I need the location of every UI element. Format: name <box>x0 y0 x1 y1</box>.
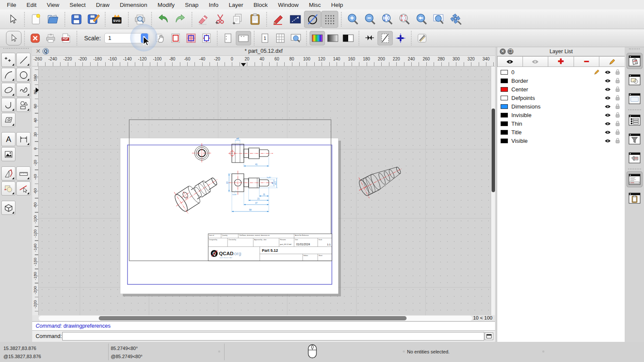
zoom-out-button[interactable] <box>361 11 379 28</box>
edit-layer-button[interactable] <box>599 56 625 67</box>
grid-toggle-button[interactable] <box>321 11 338 28</box>
text-tool-button[interactable]: A <box>1 132 15 146</box>
solid-tool-button[interactable] <box>1 201 15 215</box>
crosshair-button[interactable] <box>393 31 408 45</box>
menu-item[interactable]: Block <box>254 2 268 8</box>
grayscale-button[interactable] <box>325 31 340 45</box>
print-button[interactable] <box>43 31 58 45</box>
drawing-canvas[interactable]: ø8 41 <box>39 66 491 315</box>
circle-slash-button[interactable] <box>304 11 321 28</box>
layer-lock-icon[interactable] <box>615 78 620 85</box>
zoom-selection-button[interactable] <box>396 11 413 28</box>
menu-item[interactable]: Select <box>70 2 86 8</box>
menu-item[interactable]: File <box>7 2 16 8</box>
menu-item[interactable]: View <box>47 2 59 8</box>
multi-page-button[interactable] <box>273 31 288 45</box>
show-all-layers-button[interactable] <box>497 56 523 67</box>
command-detach-button[interactable] <box>485 332 493 340</box>
command-line-toggle[interactable] <box>626 171 643 187</box>
selection-filter-toggle[interactable] <box>626 131 643 147</box>
layer-row[interactable]: Invisible <box>497 111 625 119</box>
property-pencil-button[interactable] <box>270 11 287 28</box>
selection-tool-button[interactable] <box>4 11 21 28</box>
layer-lock-icon[interactable] <box>615 95 620 102</box>
layer-lock-icon[interactable] <box>615 129 620 136</box>
layer-row[interactable]: Center <box>497 85 625 94</box>
hide-all-layers-button[interactable] <box>523 56 549 67</box>
eraser-button[interactable] <box>195 11 212 28</box>
add-layer-button[interactable]: ✚ <box>548 56 574 67</box>
show-paper-borders-button[interactable] <box>168 31 183 45</box>
layer-lock-icon[interactable] <box>615 86 620 94</box>
preferences-button[interactable] <box>414 31 430 45</box>
paste-button[interactable] <box>246 11 264 28</box>
menu-item[interactable]: Help <box>331 2 343 8</box>
sidebar-handle[interactable] <box>629 48 640 51</box>
fit-to-page-button[interactable] <box>199 31 214 45</box>
menu-item[interactable]: Edit <box>27 2 36 8</box>
horizontal-scrollbar[interactable]: 10 < 100 <box>32 315 495 321</box>
selection-rect-button[interactable] <box>287 11 304 28</box>
copy-button[interactable] <box>229 11 246 28</box>
layer-visibility-icon[interactable] <box>605 121 611 127</box>
layer-visibility-icon[interactable] <box>605 112 611 119</box>
full-color-button[interactable] <box>310 31 325 45</box>
layer-row[interactable]: Title <box>497 128 625 136</box>
auto-snap-button[interactable] <box>362 31 377 45</box>
layer-lock-icon[interactable] <box>615 121 620 128</box>
black-white-button[interactable] <box>340 31 356 45</box>
property-editor-toggle[interactable] <box>626 53 643 69</box>
menu-item[interactable]: Window <box>278 2 299 8</box>
menu-item[interactable]: Draw <box>96 2 110 8</box>
close-print-preview-button[interactable] <box>27 31 43 45</box>
views-toggle[interactable] <box>626 90 643 107</box>
points-tool-button[interactable] <box>1 53 15 67</box>
shape-tool-button[interactable] <box>16 98 30 112</box>
layer-visibility-icon[interactable] <box>605 138 611 145</box>
multi-page-borders-button[interactable] <box>183 31 199 45</box>
snap-tool-button[interactable] <box>16 181 30 196</box>
palette-handle[interactable] <box>3 48 29 51</box>
command-input[interactable] <box>62 332 484 341</box>
modify-tool-button[interactable] <box>1 166 15 181</box>
polyline-tool-button[interactable] <box>1 98 15 112</box>
hatch-tool-button[interactable] <box>1 113 15 127</box>
measure-tool-button[interactable] <box>16 166 30 181</box>
single-page-button[interactable]: 1 <box>257 31 273 45</box>
layer-row[interactable]: Thin <box>497 119 625 128</box>
menu-item[interactable]: Misc <box>309 2 321 8</box>
blocks-toggle[interactable] <box>626 72 643 88</box>
draft-mode-button[interactable] <box>377 31 393 45</box>
circle-tool-button[interactable] <box>16 68 30 82</box>
menu-item[interactable]: Modify <box>158 2 175 8</box>
remove-layer-button[interactable]: ━ <box>574 56 600 67</box>
vertical-scrollbar-thumb[interactable] <box>492 109 495 192</box>
library-browser-toggle[interactable] <box>626 112 643 128</box>
pointer-mode-button[interactable] <box>6 31 21 45</box>
pdf-export-button[interactable]: PDF <box>58 31 74 45</box>
image-tool-button[interactable] <box>1 147 15 161</box>
cut-button[interactable] <box>212 11 229 28</box>
new-file-button[interactable] <box>27 11 45 28</box>
layer-lock-icon[interactable] <box>615 103 620 111</box>
relative-zero-toggle[interactable] <box>626 150 643 166</box>
zoom-window-button[interactable] <box>430 11 447 28</box>
layer-row[interactable]: Border <box>497 76 625 85</box>
layer-visibility-icon[interactable] <box>605 69 611 76</box>
menu-item[interactable]: Layer <box>229 2 243 8</box>
horizontal-scrollbar-thumb[interactable] <box>99 316 407 320</box>
open-file-button[interactable] <box>45 11 62 28</box>
save-button[interactable] <box>68 11 85 28</box>
layer-row[interactable]: 0 <box>497 68 625 76</box>
layer-lock-icon[interactable] <box>615 69 620 76</box>
zoom-extents-button[interactable] <box>379 11 396 28</box>
layer-visibility-icon[interactable] <box>605 78 611 84</box>
menu-item[interactable]: Dimension <box>120 2 147 8</box>
zoom-in-button[interactable] <box>344 11 361 28</box>
layer-row[interactable]: Defpoints <box>497 94 625 102</box>
landscape-button[interactable] <box>236 31 251 45</box>
dimension-tool-button[interactable] <box>16 132 30 146</box>
ellipse-tool-button[interactable] <box>1 83 15 97</box>
pan-button[interactable] <box>447 11 465 28</box>
layer-lock-icon[interactable] <box>615 138 620 145</box>
